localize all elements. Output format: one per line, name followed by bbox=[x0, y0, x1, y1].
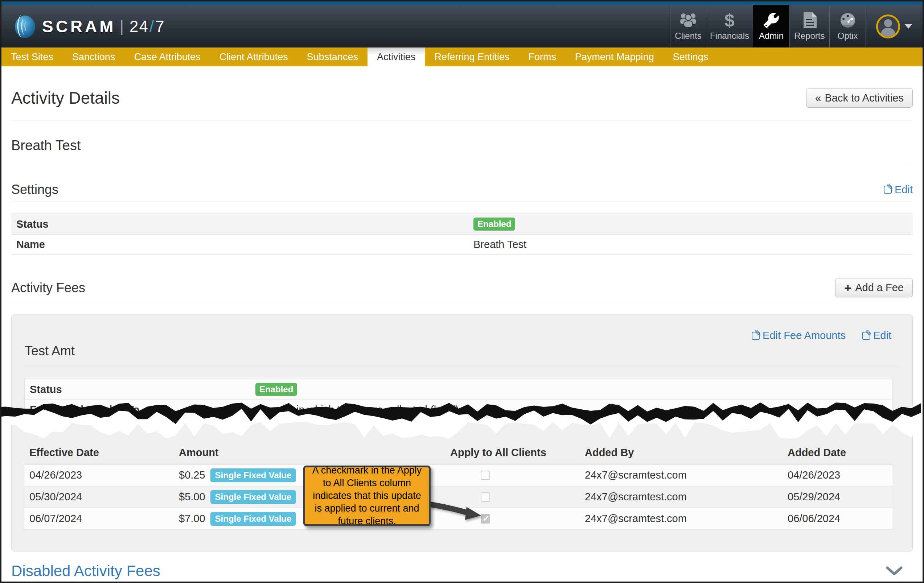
financials-dollar-icon: $ bbox=[724, 12, 734, 29]
reports-document-icon bbox=[803, 12, 817, 29]
divider bbox=[11, 120, 913, 120]
nav-reports-label: Reports bbox=[794, 31, 825, 41]
nav-clients-label: Clients bbox=[675, 31, 701, 41]
divider bbox=[11, 163, 913, 163]
status-label: Status bbox=[16, 218, 474, 230]
tab-sanctions[interactable]: Sanctions bbox=[63, 48, 125, 66]
amount-cell: $5.00 bbox=[179, 491, 205, 503]
pencil-square-icon bbox=[862, 332, 870, 340]
add-a-fee-button[interactable]: + Add a Fee bbox=[835, 278, 913, 297]
col-effective-date: Effective Date bbox=[24, 447, 174, 459]
double-chevron-left-icon: « bbox=[815, 92, 821, 104]
added-by-cell: 24x7@scramtest.com bbox=[580, 513, 782, 525]
tab-activities[interactable]: Activities bbox=[368, 48, 425, 66]
disabled-activity-fees-title: Disabled Activity Fees bbox=[11, 562, 160, 580]
edit-fee-amounts-link[interactable]: Edit Fee Amounts bbox=[752, 329, 846, 341]
nav-admin[interactable]: Admin bbox=[753, 5, 789, 48]
brand-247: 24/7 bbox=[130, 17, 165, 36]
effective-date-cell: 05/30/2024 bbox=[24, 491, 174, 503]
activity-fees-section-title: Activity Fees bbox=[11, 280, 85, 295]
annotation-arrow-icon bbox=[426, 494, 488, 527]
annotation-text: A checkmark in the Apply to All Clients … bbox=[310, 464, 424, 527]
tab-case-attributes[interactable]: Case Attributes bbox=[125, 48, 210, 66]
admin-wrench-icon bbox=[764, 12, 779, 29]
back-to-activities-button[interactable]: « Back to Activities bbox=[806, 88, 913, 108]
brand-name: SCRAM bbox=[42, 16, 116, 36]
activity-name-heading: Breath Test bbox=[11, 138, 913, 153]
avatar bbox=[876, 15, 900, 38]
settings-section-title: Settings bbox=[11, 182, 58, 197]
nav-admin-label: Admin bbox=[759, 31, 784, 41]
divider bbox=[11, 301, 913, 302]
nav-financials[interactable]: $ Financials bbox=[706, 5, 753, 48]
fee-table-header: Effective Date Amount Apply to All Clien… bbox=[24, 441, 893, 464]
single-fixed-value-badge: Single Fixed Value bbox=[210, 490, 296, 504]
settings-edit-link[interactable]: Edit bbox=[884, 184, 913, 196]
funds-disbursable-row: Funds Disbursable To Account in which th… bbox=[25, 400, 892, 420]
clients-people-icon bbox=[679, 12, 698, 29]
effective-date-cell: 04/26/2023 bbox=[24, 469, 174, 481]
top-blue-strip bbox=[2, 2, 922, 5]
settings-table: Status Enabled Name Breath Test bbox=[11, 214, 913, 255]
fee-edit-link[interactable]: Edit bbox=[862, 329, 891, 341]
divider bbox=[25, 366, 899, 366]
added-date-cell: 06/06/2024 bbox=[782, 513, 893, 525]
scram-logo-icon bbox=[14, 14, 37, 39]
header-nav: Clients $ Financials Admin bbox=[670, 5, 922, 48]
settings-name-row: Name Breath Test bbox=[11, 234, 913, 255]
brand-divider: | bbox=[120, 17, 124, 36]
tab-client-attributes[interactable]: Client Attributes bbox=[210, 48, 297, 66]
fee-status-label: Status bbox=[30, 384, 256, 395]
col-apply-all: Apply to All Clients bbox=[445, 447, 580, 459]
col-amount: Amount bbox=[174, 447, 445, 459]
funds-disbursable-label: Funds Disbursable To bbox=[30, 404, 256, 416]
fee-status-row: Status Enabled bbox=[25, 379, 892, 400]
single-fixed-value-badge: Single Fixed Value bbox=[210, 512, 296, 526]
brand-logo-block: SCRAM | 24/7 bbox=[14, 14, 165, 39]
app-header: SCRAM | 24/7 Clients $ Financials bbox=[2, 5, 922, 48]
funds-disbursable-value: Account in which they were collected (lo… bbox=[256, 404, 892, 416]
status-enabled-badge: Enabled bbox=[474, 217, 515, 231]
apply-all-checkbox[interactable] bbox=[481, 471, 490, 480]
table-row: 04/26/2023 $0.25Single Fixed Value 24x7@… bbox=[24, 464, 893, 486]
fee-settings-table: Status Enabled Funds Disbursable To Acco… bbox=[24, 379, 893, 420]
nav-reports[interactable]: Reports bbox=[789, 5, 829, 48]
nav-optix-label: Optix bbox=[837, 31, 858, 41]
chevron-down-icon[interactable] bbox=[886, 567, 903, 576]
tab-settings[interactable]: Settings bbox=[663, 48, 718, 66]
single-fixed-value-badge: Single Fixed Value bbox=[210, 468, 296, 482]
admin-tab-bar: Test Sites Sanctions Case Attributes Cli… bbox=[2, 48, 922, 66]
nav-financials-label: Financials bbox=[710, 31, 749, 41]
optix-gauge-icon bbox=[840, 12, 856, 29]
name-label: Name bbox=[16, 239, 474, 250]
account-caret-down-icon bbox=[904, 24, 912, 29]
effective-date-cell: 06/07/2024 bbox=[24, 513, 174, 525]
nav-account[interactable] bbox=[866, 5, 922, 48]
nav-optix[interactable]: Optix bbox=[829, 5, 866, 48]
divider bbox=[11, 202, 913, 202]
settings-status-row: Status Enabled bbox=[11, 214, 913, 234]
pencil-square-icon bbox=[752, 332, 760, 340]
col-added-date: Added Date bbox=[782, 447, 893, 459]
amount-cell: $0.25 bbox=[179, 469, 205, 481]
added-by-cell: 24x7@scramtest.com bbox=[580, 491, 782, 503]
amount-cell: $7.00 bbox=[179, 513, 205, 525]
page-title: Activity Details bbox=[11, 88, 120, 108]
tab-substances[interactable]: Substances bbox=[297, 48, 368, 66]
added-by-cell: 24x7@scramtest.com bbox=[580, 469, 782, 481]
nav-clients[interactable]: Clients bbox=[670, 5, 706, 48]
name-value: Breath Test bbox=[474, 239, 913, 250]
fee-name-heading: Test Amt bbox=[25, 343, 75, 359]
col-added-by: Added By bbox=[580, 447, 782, 459]
tab-referring-entities[interactable]: Referring Entities bbox=[425, 48, 519, 66]
annotation-callout: A checkmark in the Apply to All Clients … bbox=[303, 466, 431, 526]
tab-payment-mapping[interactable]: Payment Mapping bbox=[566, 48, 663, 66]
added-date-cell: 05/29/2024 bbox=[782, 491, 893, 503]
pencil-square-icon bbox=[884, 186, 892, 194]
tab-test-sites[interactable]: Test Sites bbox=[2, 48, 63, 66]
added-date-cell: 04/26/2023 bbox=[782, 469, 893, 481]
tab-forms[interactable]: Forms bbox=[519, 48, 566, 66]
fee-status-enabled-badge: Enabled bbox=[256, 383, 297, 396]
